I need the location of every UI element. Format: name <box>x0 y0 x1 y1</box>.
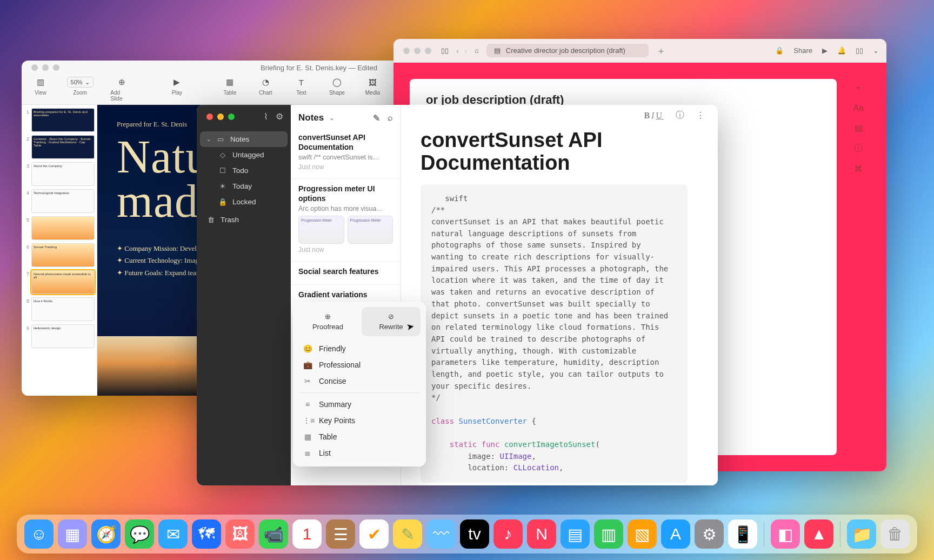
forward-button[interactable]: › <box>464 46 467 55</box>
pages-traffic-lights[interactable] <box>401 48 433 54</box>
slide-navigator[interactable]: 1Briefing prepared for E. St. Denis and … <box>22 105 97 396</box>
dock-app[interactable]: 📹 <box>259 519 288 549</box>
panel-icon[interactable]: ▤ <box>855 123 863 133</box>
writing-tool-professional[interactable]: 💼Professional <box>298 357 421 373</box>
shape-button[interactable]: ◯Shape <box>328 77 346 96</box>
slide-thumb[interactable]: 2Contents · About the Company · Sunset T… <box>24 135 95 159</box>
note-card[interactable]: convertSunset API Documentationswift /**… <box>291 128 401 179</box>
format-biu[interactable]: BIU <box>644 111 664 121</box>
dock-app[interactable]: 📁 <box>847 519 876 549</box>
dock-app[interactable]: ☰ <box>326 519 355 549</box>
dock-app[interactable]: A <box>661 519 690 549</box>
keynote-traffic-lights[interactable] <box>29 64 62 71</box>
slide-thumb[interactable]: 1Briefing prepared for E. St. Denis and … <box>24 108 95 132</box>
dock-app[interactable]: ✎ <box>393 519 422 549</box>
browser-tab[interactable]: ▤ Creative director job description (dra… <box>486 44 649 57</box>
more-icon[interactable]: ⋮ <box>696 110 705 121</box>
dock-app[interactable]: 💬 <box>125 519 154 549</box>
dock-app[interactable]: ✔ <box>359 519 389 549</box>
share-label[interactable]: Share <box>793 46 812 55</box>
today-icon: ☀ <box>218 182 227 190</box>
chevron-down-icon: ⌄ <box>85 79 90 86</box>
dock-app[interactable]: ▲ <box>804 519 833 549</box>
search-icon[interactable]: ⌕ <box>388 113 393 123</box>
writing-tool-friendly[interactable]: 😊Friendly <box>298 341 421 357</box>
slide-thumb[interactable]: 7Natural phenomena made accessible to al… <box>24 270 95 294</box>
slide-thumb[interactable]: 9Heliocentric design <box>24 324 95 348</box>
dock-app[interactable]: N <box>527 519 556 549</box>
folder-untagged[interactable]: ◇Untagged <box>200 147 288 163</box>
dock-app[interactable]: ▥ <box>594 519 623 549</box>
media-button[interactable]: 🖼Media <box>363 77 382 96</box>
shortcuts-icon[interactable]: ⌘ <box>854 164 863 174</box>
dock-app[interactable]: 1 <box>292 519 322 549</box>
folder-notes[interactable]: ⌄ ▭ Notes <box>200 131 288 147</box>
add-icon[interactable]: ＋ <box>854 82 863 94</box>
writing-tool-summary[interactable]: ≡Summary <box>298 396 421 412</box>
dock-app[interactable]: ▦ <box>58 519 87 549</box>
note-title[interactable]: convertSunset API Documentation <box>421 129 688 175</box>
compose-icon[interactable]: ✎ <box>373 113 380 123</box>
dock-app[interactable]: tv <box>460 519 489 549</box>
code-block[interactable]: swift /** convertSunset is an API that m… <box>421 184 688 483</box>
tool-icon: ≡ <box>303 400 312 409</box>
brush-icon[interactable]: ⌇ <box>264 111 268 122</box>
dock-app[interactable]: ▧ <box>628 519 657 549</box>
info-icon[interactable]: ⓘ <box>854 143 863 154</box>
dock-app[interactable]: ⚙ <box>695 519 724 549</box>
proofread-button[interactable]: ⊕ Proofread <box>298 307 357 336</box>
chevron-down-icon[interactable]: ⌄ <box>329 114 335 122</box>
home-icon[interactable]: ⌂ <box>475 46 479 55</box>
play-button[interactable]: ▶Play <box>168 77 186 96</box>
pages-right-rail: ＋ Aa ▤ ⓘ ⌘ <box>846 79 870 455</box>
writing-tool-table[interactable]: ▦Table <box>298 429 421 445</box>
writing-tool-list[interactable]: ≣List <box>298 445 421 461</box>
settings-icon[interactable]: ⚙ <box>276 111 283 122</box>
writing-tool-key-points[interactable]: ⋮≡Key Points <box>298 412 421 429</box>
dock-app[interactable]: 🗺 <box>192 519 221 549</box>
writing-tool-concise[interactable]: ✂Concise <box>298 373 421 389</box>
folder-todo[interactable]: ☐Todo <box>200 163 288 178</box>
chart-icon: ◔ <box>262 77 269 88</box>
sidebar-toggle-icon[interactable]: ▯▯ <box>441 46 449 55</box>
chevron-down-icon[interactable]: ⌄ <box>873 46 879 55</box>
table-button[interactable]: ▦Table <box>221 77 239 96</box>
notes-traffic-lights[interactable] <box>204 114 237 120</box>
dock-app[interactable]: ▤ <box>561 519 590 549</box>
info-icon[interactable]: ⓘ <box>676 110 684 121</box>
present-icon[interactable]: ▶ <box>822 46 828 55</box>
play-icon: ▶ <box>174 77 180 88</box>
back-button[interactable]: ‹ <box>456 46 459 55</box>
slide-thumb[interactable]: 5 <box>24 216 95 240</box>
dock-app[interactable]: 🖼 <box>225 519 255 549</box>
dock[interactable]: ☺▦🧭💬✉🗺🖼📹1☰✔✎〰tv♪N▤▥▧A⚙📱◧▲📁🗑 <box>17 515 917 554</box>
slide-thumb[interactable]: 8How it Works <box>24 297 95 321</box>
folder-trash[interactable]: 🗑 Trash <box>200 212 288 228</box>
keynote-doc-title: Briefing for E. St. Denis.key — Edited <box>261 64 377 72</box>
note-card[interactable]: Social search features <box>291 262 401 285</box>
new-tab-button[interactable]: ＋ <box>656 44 666 57</box>
zoom-button[interactable]: 50%⌄Zoom <box>67 77 93 96</box>
view-button[interactable]: ▥View <box>31 77 50 96</box>
add-slide-button[interactable]: ⊕Add Slide <box>110 77 133 102</box>
dock-app[interactable]: ✉ <box>158 519 188 549</box>
layout-icon[interactable]: ▯▯ <box>856 46 863 55</box>
note-card[interactable]: Progression meter UI optionsArc option h… <box>291 179 401 262</box>
folder-locked[interactable]: 🔒Locked <box>200 194 288 210</box>
slide-thumb[interactable]: 6Sunset Tracking <box>24 243 95 267</box>
dock-app[interactable]: ☺ <box>24 519 54 549</box>
folder-today[interactable]: ☀Today <box>200 178 288 194</box>
dock-app[interactable]: 📱 <box>728 519 757 549</box>
dock-app[interactable]: ♪ <box>493 519 523 549</box>
text-button[interactable]: TText <box>292 77 310 96</box>
dock-app[interactable]: 🗑 <box>880 519 910 549</box>
lock-icon: 🔒 <box>775 46 784 55</box>
slide-thumb[interactable]: 3About the Company <box>24 162 95 186</box>
text-style-icon[interactable]: Aa <box>853 103 864 113</box>
dock-app[interactable]: ◧ <box>771 519 800 549</box>
slide-thumb[interactable]: 4Technological Integration <box>24 189 95 213</box>
dock-app[interactable]: 〰 <box>426 519 456 549</box>
notifications-icon[interactable]: 🔔 <box>837 46 846 55</box>
dock-app[interactable]: 🧭 <box>91 519 121 549</box>
chart-button[interactable]: ◔Chart <box>256 77 275 96</box>
